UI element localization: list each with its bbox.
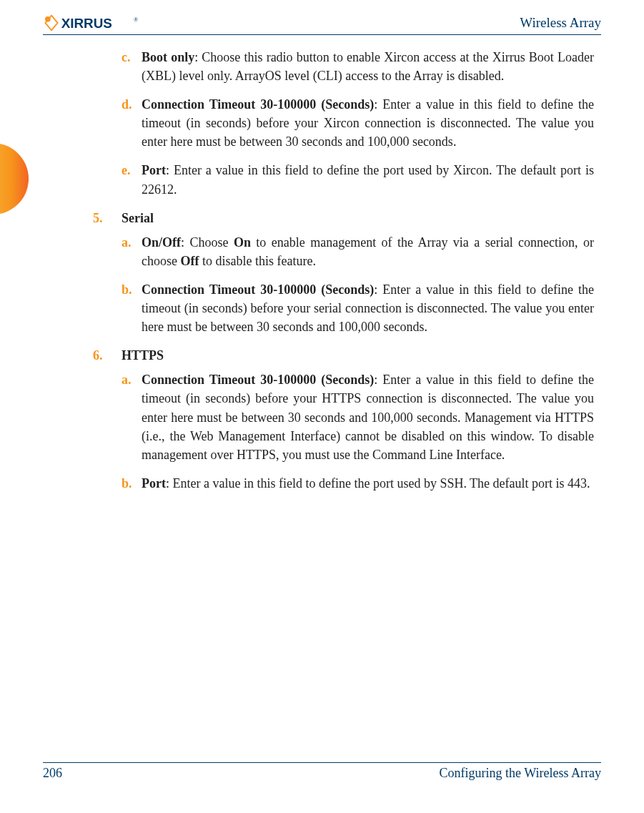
section-tab (0, 143, 29, 215)
page-header: XIRRUS ® Wireless Array (43, 14, 601, 35)
numbered-item-5: 5. Serial (93, 209, 594, 227)
page: XIRRUS ® Wireless Array c. Boot only: Ch… (0, 0, 644, 813)
item-marker: a. (122, 233, 142, 270)
page-number: 206 (43, 766, 62, 781)
item-marker: e. (122, 161, 142, 198)
item-lead: Port (142, 163, 166, 177)
item-lead: Connection Timeout 30-100000 (Seconds) (142, 373, 374, 387)
item-lead: Boot only (142, 50, 194, 64)
item-body: Port: Enter a value in this field to def… (142, 474, 594, 493)
list-item-6b: b. Port: Enter a value in this field to … (122, 474, 594, 493)
list-item-d: d. Connection Timeout 30-100000 (Seconds… (122, 95, 594, 151)
item-marker: d. (122, 95, 142, 151)
header-title: Wireless Array (520, 15, 601, 31)
list-item-c: c. Boot only: Choose this radio button t… (122, 48, 594, 85)
page-footer: 206 Configuring the Wireless Array (43, 762, 601, 781)
item-body: Connection Timeout 30-100000 (Seconds): … (142, 95, 594, 151)
emph-on: On (234, 235, 251, 250)
number-marker: 6. (93, 346, 122, 365)
item-text: : Enter a value in this field to define … (166, 476, 590, 491)
item-text: to disable this feature. (199, 254, 315, 268)
item-lead: Connection Timeout 30-100000 (Seconds) (142, 97, 374, 112)
content: c. Boot only: Choose this radio button t… (122, 48, 594, 493)
item-text: : Enter a value in this field to define … (142, 163, 594, 196)
item-body: Port: Enter a value in this field to def… (142, 161, 594, 198)
item-marker: c. (122, 48, 142, 85)
item-marker: b. (122, 474, 142, 493)
svg-text:XIRRUS: XIRRUS (61, 16, 112, 31)
item-lead: Connection Timeout 30-100000 (Seconds) (142, 282, 374, 297)
list-item-6a: a. Connection Timeout 30-100000 (Seconds… (122, 370, 594, 463)
item-lead: On/Off (142, 235, 181, 250)
emph-off: Off (180, 254, 199, 268)
item-text: : Choose this radio button to enable Xir… (142, 50, 594, 83)
svg-text:®: ® (134, 16, 139, 23)
list-item-e: e. Port: Enter a value in this field to … (122, 161, 594, 198)
number-marker: 5. (93, 209, 122, 227)
item-marker: a. (122, 370, 142, 463)
item-body: Boot only: Choose this radio button to e… (142, 48, 594, 85)
item-body: Connection Timeout 30-100000 (Seconds): … (142, 370, 594, 463)
footer-section: Configuring the Wireless Array (440, 766, 601, 781)
item-body: On/Off: Choose On to enable management o… (142, 233, 594, 270)
item-text: : Choose (181, 235, 234, 250)
item-marker: b. (122, 280, 142, 336)
numbered-item-6: 6. HTTPS (93, 346, 594, 365)
list-item-5b: b. Connection Timeout 30-100000 (Seconds… (122, 280, 594, 336)
list-item-5a: a. On/Off: Choose On to enable managemen… (122, 233, 594, 270)
item-lead: Port (142, 476, 166, 491)
item-body: Connection Timeout 30-100000 (Seconds): … (142, 280, 594, 336)
xirrus-logo-icon: XIRRUS ® (43, 14, 153, 31)
number-title: Serial (122, 209, 154, 227)
number-title: HTTPS (122, 346, 164, 365)
